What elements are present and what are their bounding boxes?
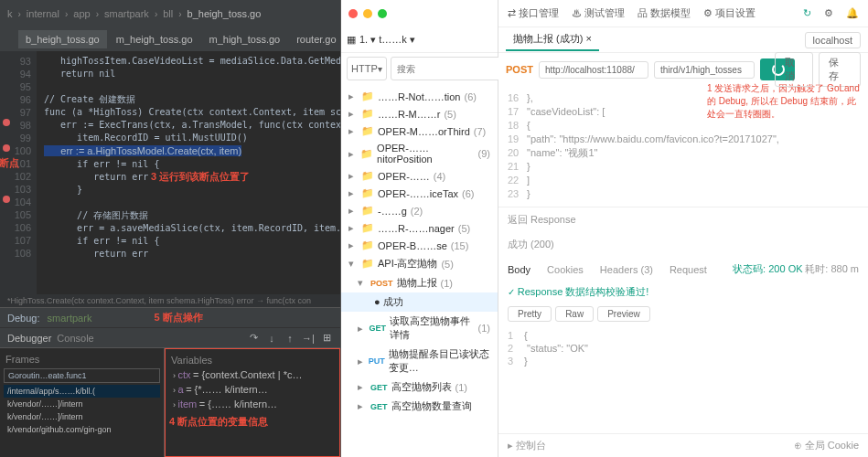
crumb-file[interactable]: b_heigh_toss.go: [188, 8, 262, 19]
variable-row[interactable]: › a = {*…… k/intern…: [169, 382, 336, 397]
breakpoint-icon[interactable]: [3, 119, 10, 126]
crumb[interactable]: smartpark: [104, 8, 149, 19]
max-dot[interactable]: [378, 9, 387, 18]
step-into-icon[interactable]: ↓: [265, 332, 278, 345]
path-input[interactable]: [654, 61, 755, 79]
tree-row[interactable]: ▸PUT抛物提醒条目已读状态变更…: [341, 345, 498, 377]
top-nav: ⇄ 接口管理 ♨ 测试管理 品 数据模型 ⚙ 项目设置 ↻ ⚙ 🔔: [498, 0, 868, 27]
tree-row[interactable]: ▸📁OPER-M……orThird(7): [341, 122, 498, 140]
tree-row[interactable]: ● 成功: [341, 292, 498, 312]
cookie-toggle[interactable]: ⊕ 全局 Cookie: [794, 439, 859, 452]
sync-icon[interactable]: ↻: [803, 7, 811, 19]
url-input[interactable]: [539, 61, 648, 79]
step-out-icon[interactable]: ↑: [284, 332, 296, 345]
debug-header: Debug: smartpark 5 断点操作: [0, 307, 340, 327]
api-detail: ⇄ 接口管理 ♨ 测试管理 品 数据模型 ⚙ 项目设置 ↻ ⚙ 🔔 抛物上报 (…: [498, 0, 868, 457]
step-over-icon[interactable]: ↷: [247, 332, 260, 345]
tree-row[interactable]: ▸📁……R-……nager(5): [341, 219, 498, 237]
gutter[interactable]: 9394959697989910010110210310410510610710…: [0, 51, 37, 294]
window-controls: [341, 0, 498, 27]
run-to-cursor-icon[interactable]: →|: [302, 332, 315, 345]
request-tab[interactable]: 抛物上报 (成功) ×: [506, 28, 599, 51]
grid-icon: ▦: [347, 34, 356, 46]
frame-row[interactable]: k/vendor/……]/intern: [4, 410, 160, 423]
editor-tab[interactable]: b_heigh_toss.go: [18, 30, 107, 48]
variables-title: Variables: [169, 353, 336, 367]
api-tree: ▸📁……R-Not……tion(6)▸📁……R-M……r(5)▸📁OPER-M……: [341, 84, 498, 457]
nav-tab[interactable]: ♨ 测试管理: [572, 6, 625, 20]
view-tab[interactable]: Pretty: [508, 306, 552, 322]
close-dot[interactable]: [348, 9, 358, 18]
search-bar: HTTP ▾ +: [341, 53, 498, 84]
frame-row[interactable]: k/vendor/……]/intern: [4, 398, 160, 410]
bell-icon[interactable]: 🔔: [846, 7, 859, 19]
view-tab[interactable]: Preview: [597, 306, 650, 322]
project-selector[interactable]: ▦ 1. ▾ t……k ▾: [341, 27, 498, 53]
annotation: 1 发送请求之后，因为触发了 GoLand 的 Debug, 所以在 Debug…: [707, 82, 863, 121]
nav-tab[interactable]: ⇄ 接口管理: [508, 6, 559, 20]
tree-row[interactable]: ▸📁……R-Not……tion(6): [341, 88, 498, 105]
editor-tab[interactable]: m_high_toss.go: [202, 30, 288, 48]
editor-tab[interactable]: router.go: [289, 30, 340, 48]
frame-row[interactable]: k/vendor/github.com/gin-gon: [4, 423, 160, 436]
method-label[interactable]: POST: [506, 64, 533, 75]
debug-toolbar: Debugger Console ↷ ↓ ↑ →| ⊞: [0, 327, 340, 347]
crumb[interactable]: app: [73, 8, 90, 19]
http-filter[interactable]: HTTP ▾: [347, 57, 387, 80]
editor-tabs: b_heigh_toss.go m_heigh_toss.go m_high_t…: [0, 27, 340, 51]
resp-tab[interactable]: Body: [508, 264, 530, 275]
nav-tab[interactable]: 品 数据模型: [638, 6, 691, 20]
breakpoint-icon[interactable]: [3, 196, 10, 203]
editor-tab[interactable]: m_heigh_toss.go: [109, 30, 200, 48]
crumb[interactable]: k: [7, 8, 13, 19]
resp-tab[interactable]: Headers (3): [600, 264, 653, 275]
annotation: 3 运行到该断点位置了: [151, 170, 250, 184]
resp-tab[interactable]: Request: [670, 264, 707, 275]
view-tab[interactable]: Raw: [555, 306, 594, 322]
tree-row[interactable]: ▸GET高空抛物列表(1): [341, 377, 498, 397]
annotation: 5 断点操作: [154, 311, 202, 324]
goroutine-selector[interactable]: Goroutin…eate.func1: [4, 368, 160, 383]
annotation: 4 断点位置的变量信息: [169, 415, 336, 429]
crumb[interactable]: internal: [27, 8, 59, 19]
tree-row[interactable]: ▸📁OPER-……nitorPosition(9): [341, 140, 498, 167]
request-tabs: 抛物上报 (成功) × localhost: [498, 27, 868, 53]
response-tabs: Body Cookies Headers (3) Request 状态码: 20…: [498, 257, 868, 282]
tree-row[interactable]: ▸📁……R-M……r(5): [341, 105, 498, 122]
tree-row[interactable]: ▸📁OPER-……(4): [341, 167, 498, 185]
annotation: 2 断点: [0, 156, 19, 170]
response-body[interactable]: 1{2 "status": "OK"3}: [498, 325, 868, 371]
variable-row[interactable]: › ctx = {context.Context | *c…: [169, 367, 336, 382]
view-tabs: Pretty Raw Preview: [498, 303, 868, 325]
breadcrumb-bar: k› internal› app› smartpark› bll› b_heig…: [0, 0, 340, 27]
footer: ▸ 控制台 ⊕ 全局 Cookie: [498, 433, 868, 457]
frames-title: Frames: [4, 352, 160, 367]
validation-ok: ✓ Response 数据结构校验通过!: [498, 282, 868, 303]
api-sidebar: ▦ 1. ▾ t……k ▾ HTTP ▾ + ▸📁……R-Not……tion(6…: [341, 0, 498, 457]
env-selector[interactable]: localhost: [805, 32, 861, 48]
settings-icon[interactable]: ⚙: [824, 7, 833, 19]
cancel-button[interactable]: 取消: [775, 52, 814, 87]
evaluate-icon[interactable]: ⊞: [320, 332, 333, 345]
variables-panel: Variables › ctx = {context.Context | *c……: [165, 348, 340, 457]
tree-row[interactable]: ▸📁OPER-B……se(15): [341, 237, 498, 254]
console-toggle[interactable]: ▸ 控制台: [508, 439, 546, 452]
tree-row[interactable]: ▸GET高空抛物数量查询: [341, 397, 498, 416]
min-dot[interactable]: [363, 9, 372, 18]
tree-row[interactable]: ▸📁-……g(2): [341, 202, 498, 219]
tree-row[interactable]: ▸GET读取高空抛物事件详情(1): [341, 312, 498, 345]
resp-tab[interactable]: Cookies: [547, 264, 584, 275]
request-bar: POST 取消 保 存: [498, 53, 868, 86]
debugger-tab[interactable]: Debugger: [7, 333, 51, 344]
console-tab[interactable]: Console: [57, 333, 93, 344]
frame-row[interactable]: /internal/app/s……k/bll.(: [4, 385, 160, 398]
tree-row[interactable]: ▸📁OPER-……iceTax(6): [341, 185, 498, 202]
nav-tab[interactable]: ⚙ 项目设置: [703, 6, 755, 20]
tree-row[interactable]: ▾POST抛物上报(1): [341, 273, 498, 292]
crumb[interactable]: bll: [163, 8, 173, 19]
tree-row[interactable]: ▾📁API-高空抛物(5): [341, 254, 498, 273]
debug-project: smartpark: [47, 313, 91, 324]
variable-row[interactable]: › item = {…… k/intern…: [169, 397, 336, 411]
breakpoint-icon[interactable]: [3, 144, 10, 152]
code-editor[interactable]: 9394959697989910010110210310410510610710…: [0, 51, 340, 294]
